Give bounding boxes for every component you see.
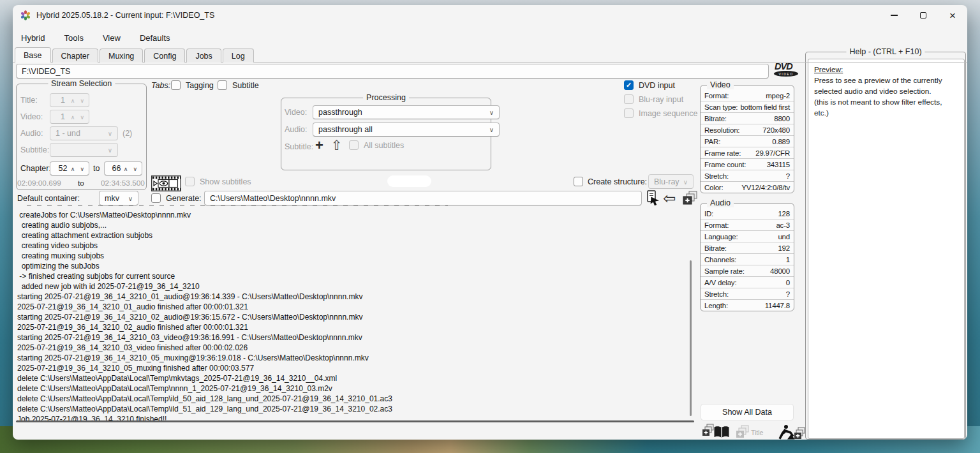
info-value: 0 <box>786 279 790 286</box>
menu-tools[interactable]: Tools <box>64 33 84 43</box>
maximize-button[interactable] <box>909 5 938 26</box>
spin-up-icon[interactable] <box>71 164 75 173</box>
processing-video-value: passthrough <box>318 108 362 117</box>
add-job-with-queue-icon[interactable] <box>702 424 734 440</box>
minimize-button[interactable] <box>879 5 909 26</box>
spin-down-icon[interactable] <box>133 164 137 173</box>
status-pill <box>387 175 431 187</box>
tagging-checkbox[interactable] <box>171 80 181 90</box>
svg-text:VIDEO: VIDEO <box>778 72 793 76</box>
audio-info-rows: ID: 128 Format: ac-3 Language: und Bitra… <box>701 208 794 311</box>
svg-text:DVD: DVD <box>775 61 793 71</box>
help-legend: Help - (CTRL + F10) <box>846 47 924 56</box>
subtitle-stream-select <box>50 143 118 157</box>
log-line: added new job with id 2025-07-21@19_36_1… <box>17 281 688 292</box>
info-value: mpeg-2 <box>766 92 790 100</box>
log-vertical-scrollbar[interactable] <box>690 260 692 416</box>
processing-video-select[interactable]: passthrough <box>313 105 500 119</box>
info-row: Sample rate: 48000 <box>701 265 794 277</box>
show-all-data-button[interactable]: Show All Data <box>701 404 794 420</box>
chapter-time-to-word: to <box>78 179 84 188</box>
log-output[interactable]: createJobs for C:\Users\Matteo\Desktop\n… <box>17 210 688 420</box>
dvd-input-checkbox[interactable] <box>624 80 634 90</box>
titlebar[interactable]: Hybrid 2025.05.18.2 - Current input: F:\… <box>13 5 967 26</box>
chapter-label: Chapter: <box>20 164 51 173</box>
move-subtitle-up-icon[interactable] <box>331 138 343 152</box>
info-row: Resolution: 720x480 <box>701 124 794 136</box>
info-label: Length: <box>704 302 728 309</box>
help-content: Preview: Press to see a preview of the c… <box>808 59 965 439</box>
info-value: ac-3 <box>776 221 790 229</box>
info-label: Scan type: <box>704 103 738 111</box>
copy-path-back-icon[interactable] <box>663 191 676 206</box>
menu-hybrid[interactable]: Hybrid <box>21 33 45 43</box>
create-structure-checkbox[interactable] <box>574 177 583 186</box>
title-label: Title: <box>20 96 38 105</box>
processing-audio-select[interactable]: passthrough all <box>313 123 500 137</box>
structure-type-select: Blu-ray <box>648 174 694 189</box>
subtitle-tab-checkbox[interactable] <box>218 80 227 90</box>
output-path-input[interactable] <box>204 191 642 205</box>
tab-jobs[interactable]: Jobs <box>186 48 221 63</box>
info-row: Format: mpeg-2 <box>701 90 794 101</box>
info-row: A/V delay: 0 <box>701 277 794 288</box>
all-subtitles-label: All subtitles <box>364 141 404 150</box>
chapter-from-stepper[interactable]: 52 <box>50 161 89 175</box>
tab-config[interactable]: Config <box>144 48 185 63</box>
tabbar: Base Chapter Muxing Config Jobs Log <box>15 47 255 63</box>
spin-up-icon[interactable] <box>124 164 128 173</box>
info-label: Format: <box>704 92 729 100</box>
log-line: creating attachment extraction subjobs <box>17 230 688 241</box>
chapter-to-value: 66 <box>109 164 124 173</box>
log-clipped-line <box>27 205 448 206</box>
info-label: Channels: <box>704 256 736 264</box>
tab-muxing[interactable]: Muxing <box>100 48 143 63</box>
info-value: 0.889 <box>772 138 790 145</box>
log-line: creating muxing subjobs <box>17 251 688 261</box>
chevron-down-icon <box>489 125 494 134</box>
chapter-to-stepper[interactable]: 66 <box>104 161 142 175</box>
info-row: Frame count: 343115 <box>701 159 794 170</box>
tab-base[interactable]: Base <box>15 47 51 63</box>
audio-stream-count: (2) <box>122 129 132 138</box>
info-label: PAR: <box>704 138 720 145</box>
info-row: ID: 128 <box>701 208 794 219</box>
menu-view[interactable]: View <box>103 33 121 43</box>
video-stream-value: 1 <box>55 112 71 121</box>
preview-button[interactable] <box>151 175 181 191</box>
video-info-group: Video Format: mpeg-2 Scan type: bottom f… <box>700 85 794 193</box>
start-jobs-worker-icon[interactable] <box>777 424 806 440</box>
browse-output-icon[interactable] <box>646 189 661 209</box>
log-line: 2025-07-21@19_36_14_3210_03_video finish… <box>17 343 688 353</box>
menu-defaults[interactable]: Defaults <box>140 33 170 43</box>
help-body-2: (this is not meant to show filter effect… <box>814 97 958 119</box>
processing-video-label: Video: <box>285 108 307 117</box>
info-label: Language: <box>704 233 738 241</box>
info-value: 720x480 <box>762 126 790 134</box>
log-horizontal-scrollbar[interactable] <box>16 420 694 422</box>
tab-chapter[interactable]: Chapter <box>52 48 98 63</box>
spin-up-icon <box>71 112 75 121</box>
log-line: creating audio subjobs,... <box>17 220 688 230</box>
tab-log[interactable]: Log <box>223 48 254 63</box>
title-stepper: 1 <box>50 93 89 107</box>
info-label: Frame rate: <box>704 149 741 157</box>
chevron-down-icon <box>128 194 133 203</box>
info-label: Format: <box>704 221 729 229</box>
container-select[interactable]: mkv <box>99 191 138 205</box>
default-container-label: Default container: <box>17 194 80 203</box>
add-to-queue-icon[interactable] <box>681 190 699 209</box>
generate-checkbox[interactable] <box>151 193 161 203</box>
source-path-input[interactable] <box>16 64 769 78</box>
close-button[interactable] <box>938 5 967 26</box>
processing-audio-value: passthrough all <box>318 125 373 134</box>
log-line: delete C:\Users\Matteo\AppData\Local\Tem… <box>17 394 688 404</box>
spin-down-icon[interactable] <box>80 164 84 173</box>
info-row: Stretch: ? <box>701 170 794 182</box>
audio-info-group: Audio ID: 128 Format: ac-3 Language: und… <box>700 203 794 311</box>
help-body-1: Press to see a preview of the currently … <box>814 75 958 97</box>
add-subtitle-icon[interactable] <box>315 138 323 152</box>
info-label: A/V delay: <box>704 279 736 286</box>
log-line: starting 2025-07-21@19_36_14_3210_03_vid… <box>17 332 688 343</box>
log-line: starting 2025-07-21@19_36_14_3210_01_aud… <box>17 292 688 302</box>
